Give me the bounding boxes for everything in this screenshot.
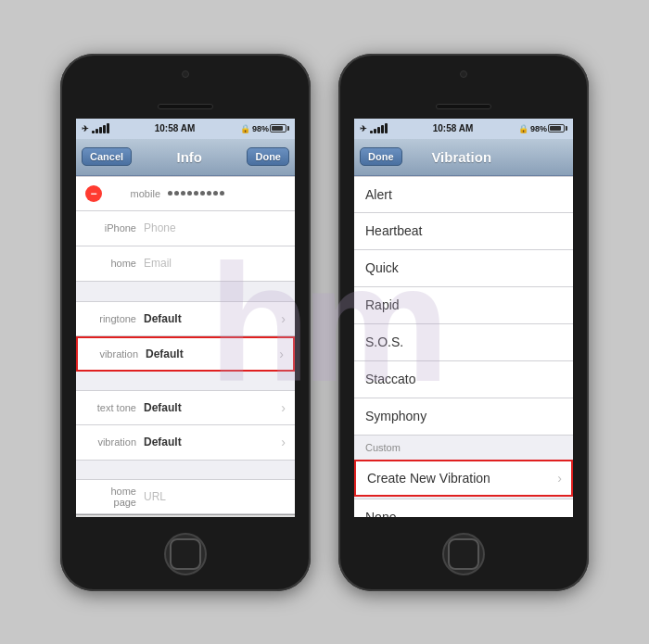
divider-1 bbox=[76, 283, 295, 301]
vibration-item-none[interactable]: None bbox=[354, 499, 573, 517]
ringtone-label: ringtone bbox=[85, 313, 136, 324]
battery-1: 98% bbox=[252, 124, 289, 133]
battery-fill bbox=[272, 126, 283, 131]
signal-bars bbox=[92, 123, 109, 133]
screen-2: ✈ 10:58 AM 🔒 98% bbox=[354, 119, 573, 517]
bar1-2 bbox=[370, 131, 373, 133]
texttone-row[interactable]: text tone Default › bbox=[76, 390, 295, 425]
speaker-2 bbox=[436, 104, 491, 109]
mobile-label: mobile bbox=[109, 188, 160, 199]
done-button-2[interactable]: Done bbox=[360, 147, 402, 166]
status-left-1: ✈ bbox=[82, 123, 109, 133]
iphone-label: iPhone bbox=[85, 222, 136, 234]
phone-2: ✈ 10:58 AM 🔒 98% bbox=[338, 54, 589, 591]
bar2-2 bbox=[374, 129, 376, 133]
alert-label: Alert bbox=[365, 187, 392, 202]
create-new-vibration-row[interactable]: Create New Vibration › bbox=[354, 460, 573, 497]
homepage-label: home page bbox=[85, 486, 136, 508]
texttone-label: text tone bbox=[85, 402, 136, 413]
airplane-icon-2: ✈ bbox=[360, 124, 367, 133]
home-email-label: home bbox=[85, 258, 136, 269]
phone-top-2 bbox=[338, 54, 589, 119]
home-email-row[interactable]: home Email bbox=[76, 246, 295, 282]
vibration-list: Alert Heartbeat Quick Rapid S.O.S. Stacc… bbox=[354, 176, 573, 517]
custom-section-label: Custom bbox=[365, 442, 401, 453]
vibration-item-heartbeat[interactable]: Heartbeat bbox=[354, 213, 573, 250]
none-label: None bbox=[365, 510, 396, 517]
content-1: − mobile iPhone Phone h bbox=[76, 176, 295, 514]
phone-1: ✈ 10:58 AM 🔒 98% bbox=[60, 54, 311, 591]
home-button-inner-1 bbox=[170, 538, 201, 570]
vibration-item-quick[interactable]: Quick bbox=[354, 250, 573, 287]
delete-icon[interactable]: − bbox=[85, 185, 102, 202]
quick-label: Quick bbox=[365, 260, 399, 275]
custom-section-header: Custom bbox=[354, 436, 573, 460]
create-new-label: Create New Vibration bbox=[367, 471, 490, 486]
homepage-row[interactable]: home page URL bbox=[76, 479, 295, 514]
battery-2: 98% bbox=[530, 124, 567, 133]
bar3-2 bbox=[377, 127, 380, 133]
nav-bar-1: Cancel Info Done bbox=[76, 139, 295, 176]
iphone-placeholder: Phone bbox=[144, 221, 176, 234]
bar4-2 bbox=[381, 125, 384, 133]
camera-2 bbox=[460, 70, 467, 78]
homepage-placeholder: URL bbox=[144, 490, 166, 503]
battery-tip bbox=[287, 126, 289, 131]
cancel-button[interactable]: Cancel bbox=[82, 147, 132, 166]
nav-title-1: Info bbox=[177, 149, 203, 165]
divider-3 bbox=[76, 461, 295, 479]
bar3 bbox=[99, 127, 102, 133]
mobile-row: − mobile bbox=[76, 176, 295, 211]
battery-body-2 bbox=[548, 124, 565, 133]
vibration-item-alert[interactable]: Alert bbox=[354, 176, 573, 213]
vibration1-row[interactable]: vibration Default › bbox=[76, 336, 295, 372]
vibration2-chevron: › bbox=[281, 435, 286, 449]
vibration-item-rapid[interactable]: Rapid bbox=[354, 287, 573, 324]
signal-bars-2 bbox=[370, 123, 388, 133]
vibration2-value: Default bbox=[144, 436, 281, 448]
phone-number bbox=[168, 191, 224, 196]
done-button-1[interactable]: Done bbox=[247, 147, 289, 166]
nav-title-2: Vibration bbox=[431, 149, 491, 165]
bar1 bbox=[92, 131, 95, 133]
status-right-2: 🔒 98% bbox=[518, 124, 567, 133]
vibration1-chevron: › bbox=[279, 347, 284, 361]
vibration1-value: Default bbox=[146, 347, 279, 360]
status-bar-1: ✈ 10:58 AM 🔒 98% bbox=[76, 119, 295, 139]
speaker bbox=[158, 104, 213, 109]
home-button-1[interactable] bbox=[164, 533, 207, 575]
rapid-label: Rapid bbox=[365, 297, 400, 312]
vibration2-label: vibration bbox=[85, 436, 136, 448]
vibration-item-sos[interactable]: S.O.S. bbox=[354, 324, 573, 361]
battery-pct-2: 98% bbox=[530, 124, 547, 133]
create-new-chevron: › bbox=[557, 471, 562, 486]
lock-icon-2: 🔒 bbox=[518, 124, 528, 133]
battery-body bbox=[270, 124, 286, 133]
vibration-item-symphony[interactable]: Symphony bbox=[354, 398, 573, 436]
staccato-label: Staccato bbox=[365, 372, 415, 386]
vibration-item-staccato[interactable]: Staccato bbox=[354, 361, 573, 398]
ringtone-row[interactable]: ringtone Default › bbox=[76, 301, 295, 336]
ringtone-value: Default bbox=[144, 312, 281, 325]
phone-bottom-2 bbox=[338, 517, 589, 591]
battery-tip-2 bbox=[566, 126, 567, 131]
phone-bottom-1 bbox=[60, 517, 311, 591]
bar4 bbox=[103, 125, 106, 133]
divider-2 bbox=[76, 372, 295, 390]
texttone-chevron: › bbox=[281, 400, 286, 415]
symphony-label: Symphony bbox=[365, 409, 426, 423]
home-button-2[interactable] bbox=[442, 533, 485, 575]
nav-bar-2: Done Vibration bbox=[354, 139, 573, 176]
lock-icon: 🔒 bbox=[240, 124, 250, 133]
vibration2-row[interactable]: vibration Default › bbox=[76, 425, 295, 461]
camera bbox=[182, 70, 189, 78]
sos-label: S.O.S. bbox=[365, 335, 403, 349]
ringtone-chevron: › bbox=[281, 311, 286, 326]
iphone-row[interactable]: iPhone Phone bbox=[76, 211, 295, 246]
battery-fill-2 bbox=[550, 126, 561, 131]
home-button-inner-2 bbox=[448, 538, 479, 570]
texttone-value: Default bbox=[144, 401, 281, 414]
bar2 bbox=[95, 129, 98, 133]
home-email-placeholder: Email bbox=[144, 257, 172, 270]
status-bar-2: ✈ 10:58 AM 🔒 98% bbox=[354, 119, 573, 139]
